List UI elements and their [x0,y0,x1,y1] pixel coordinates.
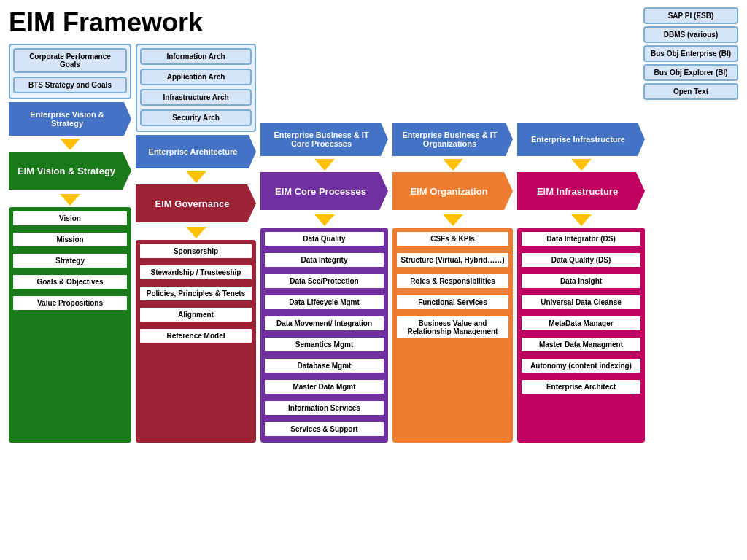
eim-banner-col5: EIM Infrastructure [517,172,645,210]
list-item: Mission [12,231,128,248]
list-item: Master Data Mgmt [263,378,385,395]
page-title: EIM Framework [9,7,738,38]
down-arrow [186,171,206,183]
list-item: Autonomy (content indexing) [520,357,642,374]
down-arrow-2 [186,227,206,238]
list-item: CSFs & KPIs [395,230,510,247]
top-box: Application Arch [140,69,252,85]
list-item: Reference Model [139,327,253,344]
list-item: Data Insight [520,273,642,289]
list-item: Data Movement/ Integration [263,315,385,332]
list-item: Vision [12,210,128,227]
list-item: Business Value and Relationship Manageme… [395,315,510,340]
top-box: Security Arch [140,109,252,126]
list-item: Goals & Objectives [12,273,128,290]
main-layout: Corporate Performance GoalsBTS Strategy … [9,44,738,443]
list-item: Data Quality [263,230,385,247]
list-item: Strategy [12,252,128,269]
arrow-banner-col1: Enterprise Vision & Strategy [9,102,131,136]
page: EIM Framework SAP PI (ESB)DBMS (various)… [0,0,747,560]
down-arrow [314,159,335,171]
arrow-banner-col2: Enterprise Architecture [136,135,256,168]
down-arrow [443,159,463,171]
eim-banner-col3: EIM Core Processes [260,172,388,210]
top-box-container: Corporate Performance GoalsBTS Strategy … [9,44,131,99]
list-item: Data Lifecycle Mgmt [263,294,385,311]
items-container-col1: VisionMissionStrategyGoals & ObjectivesV… [9,207,131,443]
down-arrow-2 [443,214,463,226]
list-item: MetaData Manager [520,315,642,332]
items-container-col4: CSFs & KPIsStructure (Virtual, Hybrid……)… [392,228,513,443]
list-item: Enterprise Architect [520,378,642,395]
eim-banner-col1: EIM Vision & Strategy [9,152,131,190]
column-col3: Enterprise Business & IT Core ProcessesE… [260,44,388,443]
list-item: Services & Support [263,421,385,438]
top-box-container: Information ArchApplication ArchInfrastr… [136,44,256,132]
down-arrow-2 [314,214,335,226]
down-arrow [571,159,592,171]
infra-box: SAP PI (ESB) [643,7,738,24]
column-col2: Information ArchApplication ArchInfrastr… [136,44,256,443]
arrow-banner-col3: Enterprise Business & IT Core Processes [260,122,388,156]
list-item: Information Services [263,400,385,416]
top-box: Infrastructure Arch [140,89,252,106]
items-container-col5: Data Integrator (DS)Data Quality (DS)Dat… [517,228,645,443]
list-item: Roles & Responsibilities [395,273,510,289]
items-container-col3: Data QualityData IntegrityData Sec/Prote… [260,228,388,443]
list-item: Data Sec/Protection [263,273,385,289]
top-box: Information Arch [140,48,252,65]
list-item: Data Integrator (DS) [520,230,642,247]
list-item: Alignment [139,306,253,323]
list-item: Sponsorship [139,243,253,260]
list-item: Master Data Managment [520,336,642,353]
list-item: Data Quality (DS) [520,252,642,268]
infra-box: Bus Obj Enterprise (BI) [643,45,738,62]
top-box: BTS Strategy and Goals [13,77,127,93]
arrow-banner-col5: Enterprise Infrastructure [517,122,645,156]
list-item: Stewardship / Trusteeship [139,264,253,281]
list-item: Database Mgmt [263,357,385,374]
column-col1: Corporate Performance GoalsBTS Strategy … [9,44,131,443]
arrow-banner-col4: Enterprise Business & IT Organizations [392,122,513,156]
list-item: Structure (Virtual, Hybrid……) [395,252,510,268]
infra-top-boxes: SAP PI (ESB)DBMS (various)Bus Obj Enterp… [643,7,738,100]
infra-box: DBMS (various) [643,26,738,43]
list-item: Policies, Principles & Tenets [139,285,253,302]
items-container-col2: SponsorshipStewardship / TrusteeshipPoli… [136,240,256,443]
down-arrow-2 [571,214,592,226]
list-item: Functional Services [395,294,510,311]
column-col5: Enterprise InfrastructureEIM Infrastruct… [517,44,645,443]
eim-banner-col4: EIM Organization [392,172,513,210]
down-arrow [60,139,80,150]
list-item: Data Integrity [263,252,385,268]
top-box: Corporate Performance Goals [13,48,127,73]
list-item: Universal Data Cleanse [520,294,642,311]
list-item: Value Propositions [12,295,128,311]
column-col4: Enterprise Business & IT OrganizationsEI… [392,44,513,443]
eim-banner-col2: EIM Governance [136,184,256,222]
infra-box: Open Text [643,83,738,100]
down-arrow-2 [60,194,80,206]
infra-box: Bus Obj Explorer (BI) [643,64,738,81]
list-item: Semantics Mgmt [263,336,385,353]
